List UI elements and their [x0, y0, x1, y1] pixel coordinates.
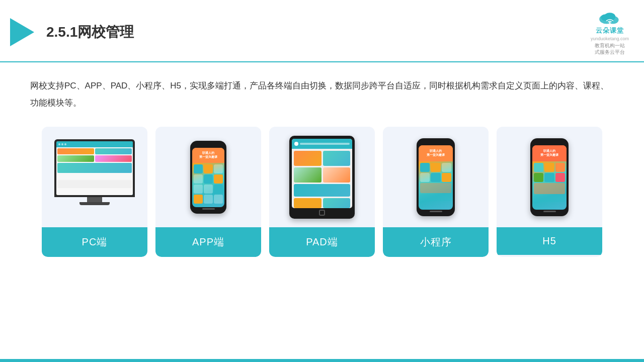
card-h5: 职通人的第一堂兴趣课: [497, 127, 602, 257]
svg-point-4: [609, 22, 610, 24]
cloud-icon: [598, 9, 622, 25]
page-title: 2.5.1网校管理: [46, 23, 134, 42]
card-pc-label: PC端: [42, 227, 147, 257]
card-miniprogram: 职通人的第一堂兴趣课: [383, 127, 489, 257]
description-text: 网校支持PC、APP、PAD、小程序、H5，实现多端打通，产品各终端自由切换，数…: [30, 77, 614, 112]
header-left: 2.5.1网校管理: [10, 18, 134, 46]
card-app-label: APP端: [155, 227, 261, 257]
brand-logo: 云朵课堂 yunduoketang.com 教育机构一站 式服务云平台: [591, 9, 629, 55]
brand-tagline: 教育机构一站 式服务云平台: [595, 42, 625, 55]
card-pad-label: PAD端: [269, 227, 375, 257]
card-miniprogram-label: 小程序: [383, 227, 489, 257]
brand-icon: [598, 9, 622, 25]
card-h5-image: 职通人的第一堂兴趣课: [497, 127, 602, 227]
card-h5-label: H5: [497, 227, 602, 255]
phone-mockup-app: 职通人的第一堂兴趣课: [190, 141, 226, 214]
phone-mockup-mini: 职通人的第一堂兴趣课: [417, 138, 455, 216]
card-app-image: 职通人的第一堂兴趣课: [155, 127, 261, 227]
card-pad-image: [269, 127, 375, 227]
phone-mockup-h5: 职通人的第一堂兴趣课: [530, 138, 569, 216]
card-miniprogram-image: 职通人的第一堂兴趣课: [383, 127, 489, 227]
main-content: 网校支持PC、APP、PAD、小程序、H5，实现多端打通，产品各终端自由切换，数…: [0, 62, 644, 267]
tablet-mockup: [289, 136, 355, 219]
bottom-bar: [0, 359, 644, 362]
cards-row: PC端 职通人的第一堂兴趣课: [30, 127, 614, 257]
card-pad: PAD端: [269, 127, 375, 257]
logo-triangle-icon: [10, 18, 34, 46]
card-pc: PC端: [42, 127, 147, 257]
header: 2.5.1网校管理 云朵课堂 yunduoketang.com 教育机构一站 式…: [0, 0, 644, 62]
brand-name: 云朵课堂: [596, 26, 624, 35]
card-app: 职通人的第一堂兴趣课: [155, 127, 261, 257]
card-pc-image: [42, 127, 147, 227]
brand-url: yunduoketang.com: [591, 36, 629, 41]
pc-mockup: [52, 139, 137, 215]
